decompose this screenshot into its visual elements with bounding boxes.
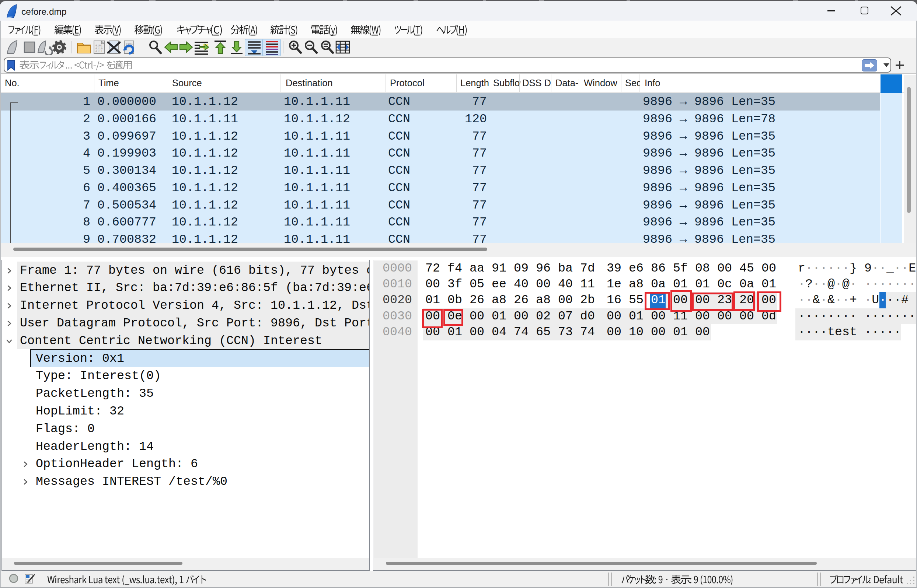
svg-text:0111: 0111 xyxy=(95,50,102,53)
